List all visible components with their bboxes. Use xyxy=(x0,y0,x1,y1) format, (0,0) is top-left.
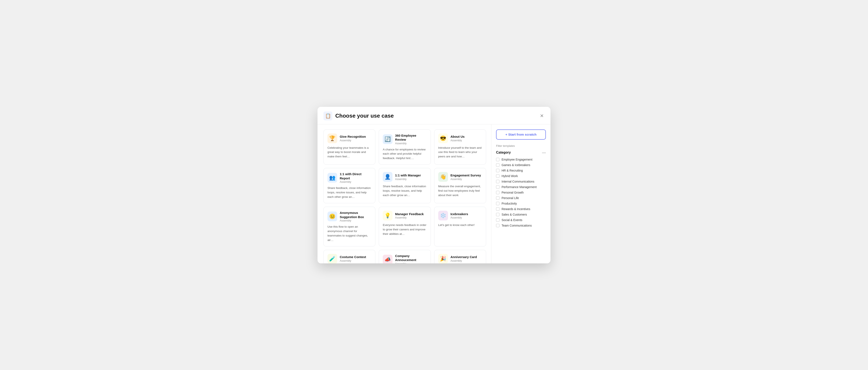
category-item-team-communications[interactable]: Team Communications xyxy=(496,224,546,227)
card-name: Manager Feedback xyxy=(395,212,424,216)
card-icon: 🎉 xyxy=(438,254,448,263)
category-name-social-events: Social & Events xyxy=(502,218,522,222)
category-name-personal-growth: Personal Growth xyxy=(502,191,524,194)
card-360-employee-review[interactable]: 🔄 360 Employee Review Assembly A chance … xyxy=(379,130,431,165)
card-subtitle: Assembly xyxy=(340,219,371,222)
card-description: Introduce yourself to the team and use t… xyxy=(438,146,482,159)
card-subtitle: Assembly xyxy=(395,262,427,263)
card-header: 🏆 Give Recognition Assembly xyxy=(328,133,371,143)
card-icon: 📣 xyxy=(383,255,393,263)
card-name: 360 Employee Review xyxy=(395,133,427,142)
category-checkbox-hr-recruiting[interactable] xyxy=(496,169,499,172)
card-anniversary-card[interactable]: 🎉 Anniversary Card Assembly Commemorate … xyxy=(434,250,486,263)
category-checkbox-team-communications[interactable] xyxy=(496,224,499,227)
card-header: ❄️ Icebreakers Assembly xyxy=(438,211,482,221)
category-item-hybrid-work[interactable]: Hybrid Work xyxy=(496,174,546,178)
card-subtitle: Assembly xyxy=(340,180,371,183)
card-description: Share feedback, close information loops,… xyxy=(328,186,371,199)
category-item-games-icebreakers[interactable]: Games & Icebreakers xyxy=(496,163,546,167)
category-title: Category xyxy=(496,150,511,155)
card-name: Give Recognition xyxy=(340,135,366,139)
card-1-1-manager[interactable]: 👤 1:1 with Manager Assembly Share feedba… xyxy=(379,168,431,203)
modal: 📋 Choose your use case ✕ 🏆 Give Recognit… xyxy=(317,107,551,263)
category-checkbox-productivity[interactable] xyxy=(496,202,499,205)
start-from-scratch-button[interactable]: + Start from scratch xyxy=(496,130,546,140)
card-name: Anonymous Suggestion Box xyxy=(340,211,371,219)
card-meta: Anniversary Card Assembly xyxy=(451,255,477,262)
category-item-hr-recruiting[interactable]: HR & Recruiting xyxy=(496,169,546,172)
category-name-sales-customers: Sales & Customers xyxy=(502,213,527,216)
category-item-personal-life[interactable]: Personal Life xyxy=(496,196,546,200)
category-item-rewards-incentives[interactable]: Rewards & Incentives xyxy=(496,207,546,211)
card-subtitle: Assembly xyxy=(340,139,366,142)
category-item-social-events[interactable]: Social & Events xyxy=(496,218,546,222)
category-checkbox-performance-management[interactable] xyxy=(496,185,499,189)
card-name: Anniversary Card xyxy=(451,255,477,259)
page-title: Choose your use case xyxy=(335,112,394,119)
card-icon: 👤 xyxy=(383,172,393,182)
category-checkbox-sales-customers[interactable] xyxy=(496,213,499,216)
card-meta: About Us Assembly xyxy=(451,135,465,142)
close-button[interactable]: ✕ xyxy=(539,113,545,119)
card-engagement-survey[interactable]: 👋 Engagement Survey Assembly Measure the… xyxy=(434,168,486,203)
card-icon: 👥 xyxy=(328,173,337,182)
category-checkbox-hybrid-work[interactable] xyxy=(496,174,499,178)
card-subtitle: Assembly xyxy=(395,142,427,145)
category-header: Category — xyxy=(496,150,546,155)
card-header: 🎉 Anniversary Card Assembly xyxy=(438,254,482,263)
card-meta: Manager Feedback Assembly xyxy=(395,212,424,220)
category-item-performance-management[interactable]: Performance Management xyxy=(496,185,546,189)
category-checkbox-personal-growth[interactable] xyxy=(496,191,499,194)
collapse-icon[interactable]: — xyxy=(542,150,546,155)
category-checkbox-internal-communications[interactable] xyxy=(496,180,499,183)
card-give-recognition[interactable]: 🏆 Give Recognition Assembly Celebrating … xyxy=(323,130,375,165)
card-anonymous-suggestion-box[interactable]: 😐 Anonymous Suggestion Box Assembly Use … xyxy=(323,207,375,246)
cards-grid: 🏆 Give Recognition Assembly Celebrating … xyxy=(323,130,486,263)
card-meta: Icebreakers Assembly xyxy=(451,212,468,220)
card-subtitle: Assembly xyxy=(340,259,366,262)
header-icon-glyph: 📋 xyxy=(325,113,331,119)
card-header: 📣 Company Annoucement Assembly xyxy=(383,254,427,263)
card-costume-contest[interactable]: 🧪 Costume Contest Assembly Use this flow… xyxy=(323,250,375,263)
category-checkbox-employee-engagement[interactable] xyxy=(496,158,499,161)
header-icon: 📋 xyxy=(323,111,332,121)
card-name: 1:1 with Direct Report xyxy=(340,172,371,180)
category-checkbox-personal-life[interactable] xyxy=(496,196,499,200)
card-icon: 🔄 xyxy=(383,134,393,144)
category-name-hybrid-work: Hybrid Work xyxy=(502,174,518,178)
category-item-employee-engagement[interactable]: Employee Engagement xyxy=(496,158,546,161)
category-item-personal-growth[interactable]: Personal Growth xyxy=(496,191,546,194)
card-subtitle: Assembly xyxy=(395,178,421,181)
card-icon: 😎 xyxy=(438,133,448,143)
category-checkbox-games-icebreakers[interactable] xyxy=(496,163,499,167)
category-item-internal-communications[interactable]: Internal Communications xyxy=(496,180,546,183)
card-manager-feedback[interactable]: 💡 Manager Feedback Assembly Everyone nee… xyxy=(379,207,431,246)
category-item-productivity[interactable]: Productivity xyxy=(496,202,546,205)
card-about-us[interactable]: 😎 About Us Assembly Introduce yourself t… xyxy=(434,130,486,165)
card-description: Let's get to know each other! xyxy=(438,223,482,227)
category-item-sales-customers[interactable]: Sales & Customers xyxy=(496,213,546,216)
card-meta: 1:1 with Direct Report Assembly xyxy=(340,172,371,183)
card-header: 😎 About Us Assembly xyxy=(438,133,482,143)
card-company-announcement[interactable]: 📣 Company Annoucement Assembly An easy w… xyxy=(379,250,431,263)
card-description: Share feedback, close information loops,… xyxy=(383,184,427,198)
card-header: 💡 Manager Feedback Assembly xyxy=(383,211,427,221)
card-icon: 🧪 xyxy=(328,254,337,263)
card-icebreakers[interactable]: ❄️ Icebreakers Assembly Let's get to kno… xyxy=(434,207,486,246)
category-checkbox-social-events[interactable] xyxy=(496,218,499,222)
card-header: 👥 1:1 with Direct Report Assembly xyxy=(328,172,371,183)
card-meta: 360 Employee Review Assembly xyxy=(395,133,427,145)
category-name-team-communications: Team Communications xyxy=(502,224,532,227)
card-icon: ❄️ xyxy=(438,211,448,221)
header-left: 📋 Choose your use case xyxy=(323,111,394,121)
card-name: 1:1 with Manager xyxy=(395,173,421,177)
category-checkbox-rewards-incentives[interactable] xyxy=(496,207,499,211)
card-icon: 👋 xyxy=(438,172,448,182)
category-name-games-icebreakers: Games & Icebreakers xyxy=(502,163,530,167)
card-subtitle: Assembly xyxy=(451,178,481,181)
modal-body: 🏆 Give Recognition Assembly Celebrating … xyxy=(317,124,551,263)
main-content: 🏆 Give Recognition Assembly Celebrating … xyxy=(317,124,491,263)
card-subtitle: Assembly xyxy=(451,216,468,219)
card-1-1-direct-report[interactable]: 👥 1:1 with Direct Report Assembly Share … xyxy=(323,168,375,203)
card-header: 👤 1:1 with Manager Assembly xyxy=(383,172,427,182)
